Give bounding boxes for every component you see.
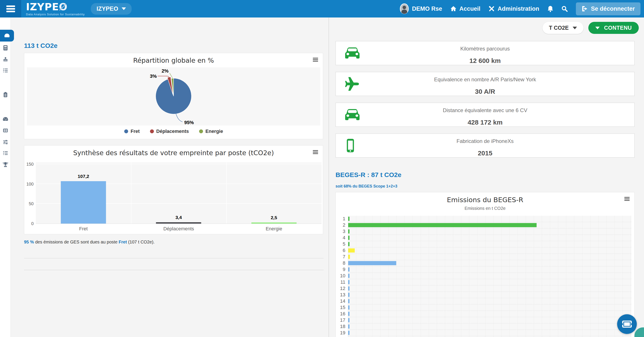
- unit-dropdown[interactable]: T CO2E: [542, 22, 584, 34]
- ticket-fab-button[interactable]: [617, 314, 637, 334]
- sidebar-item-trophy[interactable]: [0, 160, 11, 170]
- logout-icon: [582, 6, 588, 12]
- chevron-down-icon: [595, 27, 600, 29]
- bar-plot-area: 0 50 100 150 107,2 3,4 2,5: [36, 162, 322, 224]
- phone-icon: [344, 138, 357, 153]
- beges-bar[interactable]: [348, 229, 350, 233]
- sidebar-item-checklist[interactable]: [0, 66, 11, 76]
- beges-bar[interactable]: [348, 248, 355, 252]
- beges-row-track: [348, 266, 631, 273]
- contenu-button[interactable]: CONTENU: [588, 22, 639, 34]
- beges-bar[interactable]: [348, 312, 350, 316]
- sidebar-item-presenter[interactable]: [0, 54, 11, 64]
- pie-chart-title: Répartition globale en %: [24, 53, 323, 64]
- x-axis-label: Energie: [226, 226, 322, 232]
- beges-row: 5: [339, 241, 631, 247]
- checklist-icon: [2, 68, 8, 74]
- left-column: 113 t CO2e Répartition globale en %: [11, 18, 329, 337]
- legend-item-fret[interactable]: Fret: [124, 129, 140, 134]
- beges-bar[interactable]: [348, 242, 350, 246]
- beges-category-label: 15: [339, 304, 348, 311]
- beges-bar[interactable]: [348, 267, 350, 271]
- beges-category-label: 19: [339, 330, 348, 336]
- beges-bar[interactable]: [348, 331, 350, 335]
- beges-bar[interactable]: [348, 324, 350, 328]
- beges-bar[interactable]: [348, 274, 350, 278]
- clipboard-icon: [2, 92, 8, 98]
- footnote-fret-link[interactable]: Fret: [119, 239, 127, 244]
- beges-bar[interactable]: [348, 236, 350, 240]
- user-menu[interactable]: DEMO Rse: [400, 3, 442, 14]
- bar-x-axis-labels: Fret Déplacements Energie: [36, 226, 322, 232]
- contenu-button-label: CONTENU: [604, 25, 632, 31]
- y-axis-tick: 50: [29, 201, 34, 206]
- beges-category-label: 9: [339, 266, 348, 273]
- pie-label-fret: 95%: [184, 120, 194, 125]
- beges-row-track: [348, 304, 631, 311]
- org-dropdown[interactable]: IZYPEO: [91, 3, 132, 15]
- equivalence-value: 30 A/R: [336, 88, 634, 95]
- pie-plot-area: 2% 3% 95%: [27, 67, 320, 125]
- pie-connector-deplacements: [158, 76, 169, 77]
- pie-label-deplacements: 3%: [150, 74, 157, 79]
- beges-bar[interactable]: [348, 255, 350, 259]
- beges-category-label: 10: [339, 273, 348, 279]
- bell-icon: [548, 6, 553, 12]
- sidebar-item-dashboard[interactable]: [0, 30, 14, 42]
- beges-bar[interactable]: [348, 305, 350, 309]
- beges-bar[interactable]: [348, 280, 350, 284]
- trophy-icon: [2, 162, 8, 168]
- x-axis-label: Fret: [36, 226, 131, 232]
- logout-button[interactable]: Se déconnecter: [576, 3, 640, 15]
- tools-icon: [488, 6, 495, 12]
- beges-bar[interactable]: [348, 261, 396, 265]
- footnote-text-end: (107 t CO2e).: [127, 239, 154, 244]
- search-button[interactable]: [562, 6, 568, 12]
- beges-bar[interactable]: [348, 293, 350, 297]
- beges-row-track: [348, 247, 631, 254]
- legend-label: Fret: [130, 129, 140, 134]
- beges-row-track: [348, 311, 631, 317]
- beges-bar[interactable]: [348, 318, 350, 322]
- beges-row: 12: [339, 285, 631, 292]
- sidebar-item-table[interactable]: [0, 125, 11, 136]
- beges-category-label: 14: [339, 298, 348, 304]
- beges-category-label: 20: [339, 336, 348, 337]
- beges-bar[interactable]: [348, 223, 536, 227]
- pie-connector-fret: [176, 114, 182, 122]
- beges-row: 11: [339, 279, 631, 285]
- sidebar-item-calculator[interactable]: [0, 43, 11, 53]
- footnote-text: des émissions de GES sont dues au poste: [34, 239, 119, 244]
- calculator-icon: [2, 45, 8, 51]
- bar-energie[interactable]: [251, 222, 296, 224]
- beges-row-track: [348, 273, 631, 279]
- sidebar-item-clipboard[interactable]: [0, 90, 11, 100]
- bar-deplacements[interactable]: [156, 222, 201, 224]
- legend-item-energie[interactable]: Energie: [199, 129, 223, 134]
- sidebar-item-sliders[interactable]: [0, 137, 11, 147]
- chart-export-menu-icon[interactable]: [313, 57, 318, 62]
- beges-row-track: [348, 285, 631, 292]
- chart-export-menu-icon[interactable]: [313, 150, 318, 155]
- bar-fret[interactable]: [61, 181, 106, 224]
- beges-row-track: [348, 292, 631, 298]
- sidebar-item-checklist-2[interactable]: [0, 148, 11, 158]
- legend-item-deplacements[interactable]: Déplacements: [150, 129, 189, 134]
- nav-item-administration[interactable]: Administration: [488, 6, 539, 12]
- sidebar-item-gauge[interactable]: [0, 114, 11, 124]
- notifications-button[interactable]: [548, 6, 553, 12]
- beges-category-label: 13: [339, 292, 348, 298]
- brand-tagline: Data Analysis Solution for Sustainabilit…: [26, 13, 85, 16]
- menu-toggle-button[interactable]: [0, 0, 21, 18]
- chart-export-menu-icon[interactable]: [624, 196, 630, 201]
- beges-bar[interactable]: [348, 217, 350, 221]
- pie-label-energie: 2%: [162, 68, 168, 74]
- nav-accueil-label: Accueil: [459, 6, 480, 12]
- sidebar: [0, 18, 11, 337]
- nav-item-accueil[interactable]: Accueil: [450, 6, 480, 12]
- user-name: DEMO Rse: [412, 6, 442, 12]
- beges-bar[interactable]: [348, 299, 350, 303]
- unit-dropdown-label: T CO2E: [549, 25, 569, 31]
- beges-row-track: [348, 279, 631, 285]
- beges-bar[interactable]: [348, 286, 350, 290]
